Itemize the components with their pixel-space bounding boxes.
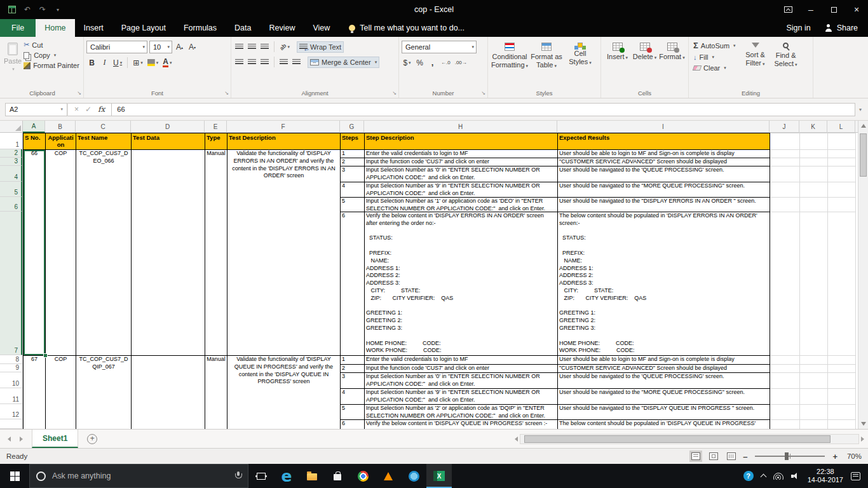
cell-B2[interactable]: COP bbox=[46, 150, 76, 356]
blue-circle-app-button[interactable] bbox=[401, 464, 426, 488]
scroll-right-icon[interactable] bbox=[861, 437, 864, 442]
row-header-7[interactable]: 7 bbox=[0, 212, 22, 355]
action-center-icon[interactable] bbox=[851, 472, 860, 480]
cell-G2[interactable]: 1 bbox=[341, 150, 365, 158]
cell-D2[interactable] bbox=[132, 150, 205, 356]
conditional-formatting-button[interactable]: Conditional Formatting▾ bbox=[491, 39, 529, 87]
cell-H6[interactable]: Input Selection Number as '1' or applica… bbox=[365, 198, 558, 212]
close-button[interactable]: × bbox=[845, 0, 868, 19]
font-size-select[interactable]: 10▾ bbox=[149, 41, 172, 53]
vertical-scrollbar-thumb[interactable] bbox=[860, 133, 867, 177]
cell-J4[interactable] bbox=[770, 166, 800, 182]
next-sheet-button[interactable] bbox=[20, 437, 23, 442]
font-dialog-launcher[interactable]: ↘ bbox=[224, 90, 229, 96]
cell-H7[interactable]: Verify the below content in 'DISPLAY ERR… bbox=[365, 212, 558, 356]
cell-G8[interactable]: 1 bbox=[341, 356, 365, 365]
taskbar-search-box[interactable]: Ask me anything bbox=[29, 464, 248, 488]
cell-H5[interactable]: Input Selection Number as '9' in "ENTER … bbox=[365, 182, 558, 198]
number-format-select[interactable]: General▾ bbox=[402, 41, 477, 53]
decrease-font-size-button[interactable]: A▾ bbox=[187, 41, 198, 53]
decrease-indent-button[interactable] bbox=[278, 56, 289, 68]
ribbon-display-options-button[interactable] bbox=[776, 0, 799, 19]
column-header-K[interactable]: K bbox=[799, 121, 827, 133]
cell-L3[interactable] bbox=[828, 158, 856, 166]
row-header-9[interactable]: 9 bbox=[0, 364, 22, 372]
cell-H12[interactable]: Input Selection Number as '2' or applica… bbox=[365, 405, 558, 420]
bold-button[interactable]: B bbox=[86, 57, 97, 69]
header-cell-test-name[interactable]: Test Name bbox=[76, 133, 132, 150]
cell-K5[interactable] bbox=[800, 182, 828, 198]
cell-J1[interactable] bbox=[770, 133, 800, 150]
merge-center-button[interactable]: ↔Merge & Center▾ bbox=[308, 57, 379, 68]
cell-K1[interactable] bbox=[800, 133, 828, 150]
row-header-5[interactable]: 5 bbox=[0, 182, 22, 197]
cell-L9[interactable] bbox=[828, 365, 856, 373]
sort-filter-button[interactable]: Sort & Filter▾ bbox=[740, 39, 771, 87]
cell-L5[interactable] bbox=[828, 182, 856, 198]
zoom-in-button[interactable]: + bbox=[832, 452, 837, 461]
cut-button[interactable]: ✂Cut bbox=[22, 39, 81, 50]
cell-L7[interactable] bbox=[828, 212, 856, 356]
row-header-4[interactable]: 4 bbox=[0, 166, 22, 182]
cell-K4[interactable] bbox=[800, 166, 828, 182]
customize-qat-button[interactable]: ▾ bbox=[52, 4, 64, 15]
cell-K11[interactable] bbox=[800, 389, 828, 405]
cell-L10[interactable] bbox=[828, 373, 856, 389]
restore-button[interactable] bbox=[822, 0, 845, 19]
autosum-button[interactable]: ΣAutoSum▾ bbox=[691, 39, 738, 51]
format-as-table-button[interactable]: Format as Table▾ bbox=[529, 39, 564, 87]
cell-L6[interactable] bbox=[828, 198, 856, 212]
header-cell-step-description[interactable]: Step Description bbox=[365, 133, 558, 150]
cell-H8[interactable]: Enter the valid credentials to login to … bbox=[365, 356, 558, 365]
scroll-down-icon[interactable] bbox=[861, 422, 866, 426]
cell-J9[interactable] bbox=[770, 365, 800, 373]
tab-formulas[interactable]: Formulas bbox=[175, 19, 226, 37]
cell-I13[interactable]: The below content should be populated in… bbox=[558, 420, 770, 430]
cell-I2[interactable]: User should be able to login to MF and S… bbox=[558, 150, 770, 158]
enter-formula-icon[interactable]: ✓ bbox=[85, 105, 92, 114]
italic-button[interactable]: I bbox=[99, 57, 110, 69]
zoom-slider-thumb[interactable] bbox=[785, 452, 789, 460]
cell-K10[interactable] bbox=[800, 373, 828, 389]
cell-A2[interactable]: 66 bbox=[24, 150, 46, 356]
store-taskbar-button[interactable] bbox=[325, 464, 350, 488]
column-header-B[interactable]: B bbox=[45, 121, 76, 133]
cell-K8[interactable] bbox=[800, 356, 828, 365]
cell-G10[interactable]: 3 bbox=[341, 373, 365, 389]
clipboard-dialog-launcher[interactable]: ↘ bbox=[77, 90, 81, 96]
chrome-taskbar-button[interactable] bbox=[350, 464, 376, 488]
cell-K9[interactable] bbox=[800, 365, 828, 373]
scroll-up-icon[interactable] bbox=[861, 124, 866, 128]
row-header-12[interactable]: 12 bbox=[0, 404, 22, 419]
redo-button[interactable]: ↷ bbox=[37, 4, 48, 15]
task-view-button[interactable] bbox=[248, 464, 274, 488]
middle-align-button[interactable] bbox=[247, 41, 257, 53]
cell-G12[interactable]: 5 bbox=[341, 405, 365, 420]
cell-H11[interactable]: Input Selection Number as '9' in "ENTER … bbox=[365, 389, 558, 405]
cell-I4[interactable]: User should be navigated to the 'QUEUE P… bbox=[558, 166, 770, 182]
cell-J7[interactable] bbox=[770, 212, 800, 356]
cell-B8[interactable]: COP bbox=[46, 356, 76, 430]
tab-review[interactable]: Review bbox=[260, 19, 304, 37]
volume-icon[interactable] bbox=[791, 472, 800, 480]
cell-J5[interactable] bbox=[770, 182, 800, 198]
page-layout-view-button[interactable] bbox=[707, 451, 720, 462]
page-break-view-button[interactable] bbox=[725, 451, 738, 462]
cell-L8[interactable] bbox=[828, 356, 856, 365]
cell-A8[interactable]: 67 bbox=[24, 356, 46, 430]
fill-button[interactable]: ↓Fill▾ bbox=[691, 52, 738, 62]
tab-data[interactable]: Data bbox=[226, 19, 260, 37]
increase-font-size-button[interactable]: A▴ bbox=[174, 41, 185, 53]
header-cell-expected-results[interactable]: Expected Results bbox=[558, 133, 770, 150]
cell-K12[interactable] bbox=[800, 405, 828, 420]
cell-G6[interactable]: 5 bbox=[341, 198, 365, 212]
underline-button[interactable]: U▾ bbox=[112, 57, 123, 69]
cell-G3[interactable]: 2 bbox=[341, 158, 365, 166]
top-align-button[interactable] bbox=[234, 41, 245, 53]
cell-H10[interactable]: Input Selection Number as '0' in "ENTER … bbox=[365, 373, 558, 389]
column-header-L[interactable]: L bbox=[827, 121, 855, 133]
row-header-2[interactable]: 2 bbox=[0, 149, 22, 158]
select-all-button[interactable] bbox=[0, 121, 23, 133]
tab-home[interactable]: Home bbox=[36, 19, 74, 37]
comma-style-button[interactable]: , bbox=[427, 57, 438, 69]
